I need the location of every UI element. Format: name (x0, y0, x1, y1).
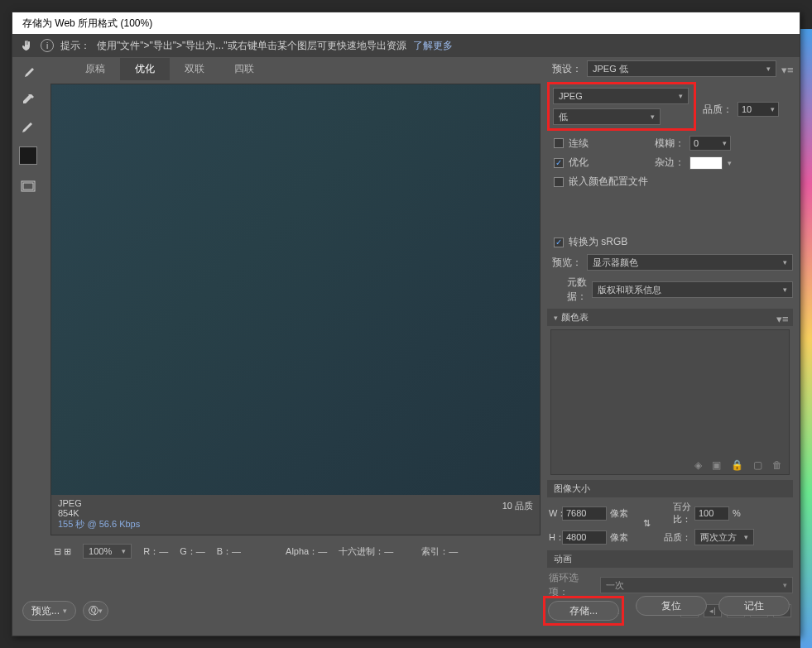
preset-menu-icon[interactable]: ▾≡ (781, 64, 791, 74)
link-icon[interactable]: ⇅ (643, 518, 655, 529)
srgb-label: 转换为 sRGB (569, 235, 627, 249)
preset-dropdown[interactable]: JPEG 低▾ (587, 60, 776, 77)
status-r: R：— (143, 545, 168, 558)
color-table: ◈ ▣ 🔒 ▢ 🗑 (550, 329, 790, 475)
save-highlight: 存储... (543, 596, 624, 626)
tab-2up[interactable]: 双联 (170, 58, 219, 80)
w-label: W： (549, 507, 559, 520)
quality-preset-dropdown[interactable]: 低▾ (553, 108, 661, 125)
quality-label: 品质： (703, 103, 733, 117)
foreground-color-swatch[interactable] (19, 146, 37, 165)
blur-input[interactable]: 0▾ (689, 136, 731, 151)
slice-select-icon[interactable] (17, 176, 40, 196)
preview-image (51, 84, 540, 506)
blur-label: 模糊： (655, 137, 685, 151)
width-input[interactable] (562, 506, 607, 521)
preview-tabs: 原稿 优化 双联 四联 (44, 57, 547, 80)
metadata-dropdown[interactable]: 版权和联系信息▾ (592, 281, 793, 298)
optimized-label: 优化 (569, 156, 589, 170)
preview-button[interactable]: 预览...▾ (22, 601, 76, 621)
info-size: 854K (58, 508, 140, 518)
window-title: 存储为 Web 所用格式 (100%) (22, 17, 152, 31)
matte-chev-icon[interactable]: ▾ (728, 159, 732, 167)
main-area: i 提示： 使用"文件">"导出">"导出为..."或右键单击某个图层可更快速地… (12, 34, 800, 636)
bottom-bar: 预览...▾ Ⓠ▾ 存储... 复位 记住 (12, 586, 800, 636)
progressive-checkbox[interactable] (554, 138, 564, 148)
h-label: H： (549, 531, 559, 544)
palette-snap-icon[interactable]: ◈ (694, 459, 702, 471)
quality-input[interactable]: 10▾ (738, 102, 779, 117)
percent-label: 百分比： (658, 501, 691, 526)
info-quality: 10 品质 (502, 501, 533, 511)
progressive-label: 连续 (569, 137, 589, 151)
save-button[interactable]: 存储... (548, 601, 619, 621)
left-toolbar (12, 57, 44, 586)
percent-unit: % (733, 508, 754, 518)
titlebar: 存储为 Web 所用格式 (100%) (12, 12, 800, 34)
status-g: G：— (180, 545, 205, 558)
height-input[interactable] (562, 530, 607, 545)
status-alpha: Alpha：— (286, 545, 327, 558)
preview-label: 预览： (549, 256, 582, 270)
color-table-menu-icon[interactable]: ▾≡ (776, 313, 786, 323)
image-size-header: 图像大小 (547, 480, 793, 497)
palette-new-icon[interactable]: ▢ (753, 459, 762, 471)
image-size-controls: W： 像素 ⇅ 百分比： % H： 像素 品质： 两次立方▾ (549, 501, 791, 545)
embed-profile-checkbox[interactable] (554, 177, 564, 187)
preview-profile-dropdown[interactable]: 显示器颜色▾ (587, 254, 793, 271)
tab-4up[interactable]: 四联 (219, 58, 269, 80)
metadata-label: 元数据： (549, 276, 587, 304)
tip-prefix: 提示： (60, 39, 90, 53)
tab-original[interactable]: 原稿 (70, 58, 120, 80)
palette-cube-icon[interactable]: ▣ (712, 459, 721, 471)
preview-info: JPEG 854K 155 秒 @ 56.6 Kbps 10 品质 (51, 495, 540, 535)
resample-dropdown[interactable]: 两次立方▾ (694, 529, 754, 545)
info-time: 155 秒 @ 56.6 Kbps (58, 518, 140, 530)
info-format: JPEG (58, 498, 140, 508)
format-highlight: JPEG▾ 低▾ (547, 82, 696, 131)
brush-tool-icon[interactable] (17, 64, 40, 84)
palette-lock-icon[interactable]: 🔒 (731, 459, 743, 471)
tab-optimized[interactable]: 优化 (120, 58, 170, 80)
palette-trash-icon[interactable]: 🗑 (772, 459, 782, 471)
remember-button[interactable]: 记住 (718, 596, 790, 616)
preview-area[interactable]: JPEG 854K 155 秒 @ 56.6 Kbps 10 品质 (50, 84, 541, 535)
matte-label: 杂边： (655, 156, 685, 170)
status-bar: ⊟ ⊞ 100%▾ R：— G：— B：— Alpha：— 十六进制：— 索引：… (44, 540, 547, 562)
globe-icon: Ⓠ (89, 604, 98, 618)
status-index: 索引：— (421, 545, 458, 558)
preset-label: 预设： (549, 62, 582, 76)
tip-bar: i 提示： 使用"文件">"导出">"导出为..."或右键单击某个图层可更快速地… (12, 34, 800, 57)
format-dropdown[interactable]: JPEG▾ (553, 88, 689, 104)
reset-button[interactable]: 复位 (636, 596, 707, 616)
svg-rect-1 (23, 183, 33, 190)
embed-profile-label: 嵌入颜色配置文件 (569, 175, 648, 189)
grid-toggle-icon[interactable]: ⊟ ⊞ (54, 546, 71, 557)
resample-label: 品质： (658, 531, 691, 544)
center-panel: 原稿 优化 双联 四联 JPEG 854K 155 秒 @ 56.6 Kbps … (44, 57, 547, 586)
eyedropper-tool-icon[interactable] (17, 90, 40, 110)
optimized-checkbox[interactable] (554, 158, 564, 168)
browser-preview-button[interactable]: Ⓠ▾ (83, 601, 108, 621)
zoom-dropdown[interactable]: 100%▾ (83, 544, 132, 559)
h-unit: 像素 (610, 531, 640, 544)
status-hex: 十六进制：— (339, 545, 393, 558)
color-table-header: ▾颜色表▾≡ (547, 309, 793, 326)
tip-text: 使用"文件">"导出">"导出为..."或右键单击某个图层可更快速地导出资源 (97, 39, 406, 53)
srgb-checkbox[interactable] (554, 238, 564, 247)
info-icon: i (41, 39, 54, 52)
matte-color[interactable] (689, 156, 723, 170)
decorative-stripe (800, 29, 812, 648)
dialog-window: 存储为 Web 所用格式 (100%) i 提示： 使用"文件">"导出">"导… (12, 12, 800, 636)
pencil-tool-icon[interactable] (17, 117, 40, 137)
settings-panel: 预设： JPEG 低▾ ▾≡ JPEG▾ 低▾ 品质：10▾ 连续 模糊： 0▾… (547, 57, 793, 586)
percent-input[interactable] (694, 506, 729, 521)
animation-header: 动画 (547, 550, 793, 568)
status-b: B：— (217, 545, 241, 558)
learn-more-link[interactable]: 了解更多 (413, 39, 453, 53)
hand-icon (19, 38, 34, 53)
w-unit: 像素 (610, 507, 640, 520)
